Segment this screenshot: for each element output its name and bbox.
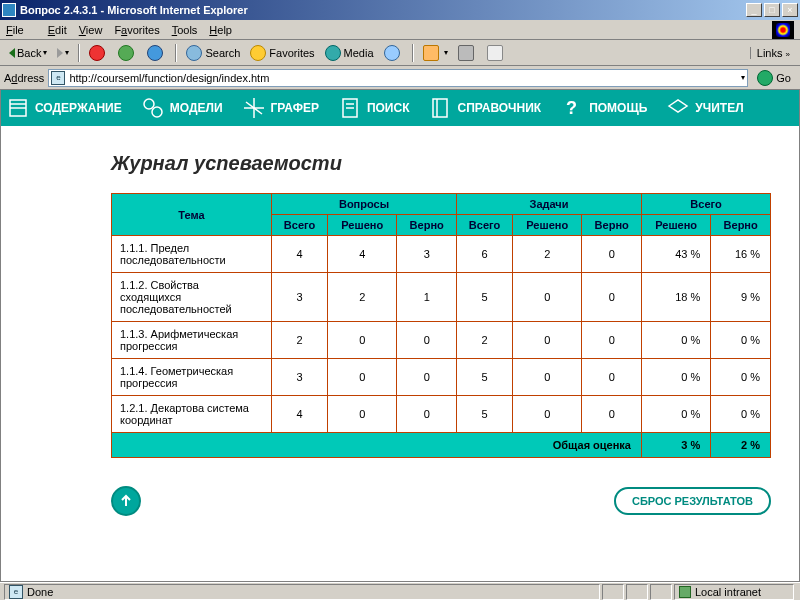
home-button[interactable] — [142, 42, 171, 64]
close-button[interactable]: × — [782, 3, 798, 17]
cell-p-solved: 18 % — [642, 273, 711, 322]
total-label: Общая оценка — [112, 433, 642, 458]
cell-p-correct: 16 % — [711, 236, 771, 273]
col-q-solved: Решено — [328, 215, 397, 236]
home-icon — [147, 45, 163, 61]
favorites-button[interactable]: Favorites — [245, 42, 319, 64]
cell-q-all: 3 — [272, 359, 328, 396]
status-pane — [650, 584, 672, 600]
cell-p-solved: 0 % — [642, 322, 711, 359]
mail-button[interactable]: ▾ — [418, 42, 453, 64]
app-navbar: СОДЕРЖАНИЕ МОДЕЛИ ГРАФЕР ПОИСК СПРАВОЧНИ… — [1, 90, 799, 126]
address-bar: Address e http://courseml/function/desig… — [0, 66, 800, 90]
cell-t-all: 5 — [457, 273, 513, 322]
reset-button[interactable]: СБРОС РЕЗУЛЬТАТОВ — [614, 487, 771, 515]
edit-icon — [487, 45, 503, 61]
cell-t-all: 2 — [457, 322, 513, 359]
cell-t-all: 5 — [457, 396, 513, 433]
menu-favorites[interactable]: Favorites — [114, 24, 159, 36]
cell-q-correct: 0 — [397, 322, 457, 359]
nav-help[interactable]: ?ПОМОЩЬ — [559, 95, 647, 121]
nav-reference[interactable]: СПРАВОЧНИК — [427, 95, 541, 121]
nav-teacher[interactable]: УЧИТЕЛ — [665, 95, 743, 121]
gears-icon — [140, 95, 166, 121]
menu-tools[interactable]: Tools — [172, 24, 198, 36]
svg-rect-11 — [433, 99, 447, 117]
nav-search[interactable]: ПОИСК — [337, 95, 410, 121]
colgroup-questions: Вопросы — [272, 194, 457, 215]
status-text: e Done — [4, 584, 600, 600]
media-button[interactable]: Media — [320, 42, 379, 64]
forward-button: ▾ — [52, 45, 74, 61]
cell-t-solved: 0 — [513, 359, 582, 396]
col-t-correct: Верно — [582, 215, 642, 236]
minimize-button[interactable]: _ — [746, 3, 762, 17]
up-arrow-icon — [117, 492, 135, 510]
table-row: 1.1.2. Свойства сходящихся последователь… — [112, 273, 771, 322]
go-icon — [757, 70, 773, 86]
history-button[interactable] — [379, 42, 408, 64]
cell-topic: 1.1.1. Предел последовательности — [112, 236, 272, 273]
titlebar: Вопрос 2.4.3.1 - Microsoft Internet Expl… — [0, 0, 800, 20]
edit-button[interactable] — [482, 42, 511, 64]
cell-q-correct: 3 — [397, 236, 457, 273]
nav-content[interactable]: СОДЕРЖАНИЕ — [5, 95, 122, 121]
cell-q-all: 3 — [272, 273, 328, 322]
address-url: http://courseml/function/design/index.ht… — [69, 72, 739, 84]
stop-button[interactable] — [84, 42, 113, 64]
nav-grapher[interactable]: ГРАФЕР — [241, 95, 319, 121]
cell-t-all: 6 — [457, 236, 513, 273]
col-t-solved: Решено — [513, 215, 582, 236]
address-label: Address — [4, 72, 44, 84]
cell-t-correct: 0 — [582, 236, 642, 273]
col-p-solved: Решено — [642, 215, 711, 236]
search-button[interactable]: Search — [181, 42, 245, 64]
colgroup-total: Всего — [642, 194, 771, 215]
window-title: Вопрос 2.4.3.1 - Microsoft Internet Expl… — [20, 4, 744, 16]
cell-q-correct: 0 — [397, 396, 457, 433]
axes-icon — [241, 95, 267, 121]
menu-file[interactable]: Filedocument.currentScript.previousEleme… — [6, 24, 36, 36]
mail-icon — [423, 45, 439, 61]
cell-topic: 1.1.3. Арифметическая прогрессия — [112, 322, 272, 359]
go-button[interactable]: Go — [752, 67, 796, 89]
book-icon — [5, 95, 31, 121]
menu-view[interactable]: View — [79, 24, 103, 36]
col-q-all: Всего — [272, 215, 328, 236]
maximize-button[interactable]: □ — [764, 3, 780, 17]
status-pane — [602, 584, 624, 600]
table-row: 1.1.3. Арифметическая прогрессия2002000 … — [112, 322, 771, 359]
address-dropdown-icon[interactable]: ▾ — [741, 73, 745, 82]
reference-icon — [427, 95, 453, 121]
links-label[interactable]: Links » — [750, 47, 796, 59]
status-zone: Local intranet — [674, 584, 794, 600]
cell-q-solved: 0 — [328, 396, 397, 433]
status-pane — [626, 584, 648, 600]
star-icon — [250, 45, 266, 61]
print-button[interactable] — [453, 42, 482, 64]
toolbar: Back▾ ▾ Search Favorites Media ▾ Links » — [0, 40, 800, 66]
refresh-button[interactable] — [113, 42, 142, 64]
back-button[interactable]: Back▾ — [4, 44, 52, 62]
menu-help[interactable]: Help — [209, 24, 232, 36]
cell-p-solved: 0 % — [642, 396, 711, 433]
menu-edit[interactable]: Edit — [48, 24, 67, 36]
table-row: 1.2.1. Декартова система координат400500… — [112, 396, 771, 433]
stop-icon — [89, 45, 105, 61]
address-field[interactable]: e http://courseml/function/design/index.… — [48, 69, 748, 87]
cell-t-correct: 0 — [582, 359, 642, 396]
total-correct: 2 % — [711, 433, 771, 458]
arrow-right-icon — [57, 48, 63, 58]
nav-models[interactable]: МОДЕЛИ — [140, 95, 223, 121]
cell-q-all: 4 — [272, 396, 328, 433]
teacher-icon — [665, 95, 691, 121]
total-solved: 3 % — [642, 433, 711, 458]
cell-p-correct: 0 % — [711, 322, 771, 359]
up-button[interactable] — [111, 486, 141, 516]
menubar: Filedocument.currentScript.previousEleme… — [0, 20, 800, 40]
cell-q-correct: 0 — [397, 359, 457, 396]
app-icon — [2, 3, 16, 17]
total-row: Общая оценка 3 % 2 % — [112, 433, 771, 458]
cell-q-all: 4 — [272, 236, 328, 273]
colgroup-tasks: Задачи — [457, 194, 642, 215]
